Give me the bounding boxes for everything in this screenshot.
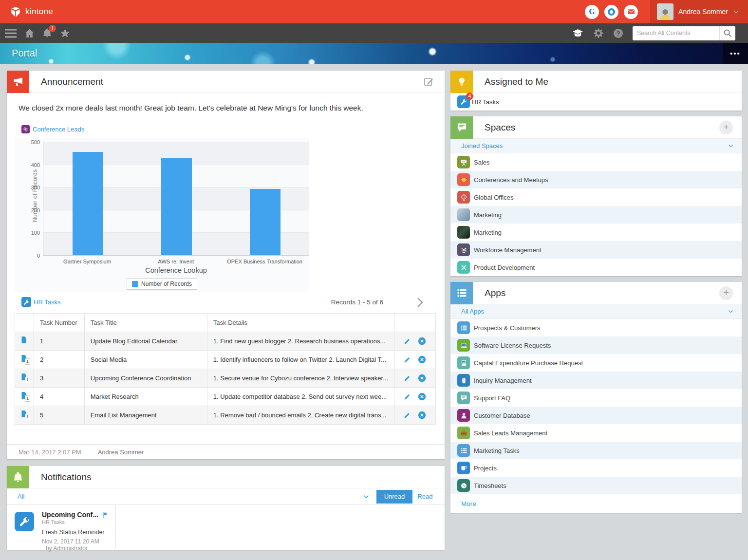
read-button[interactable]: Read (412, 490, 438, 504)
app-item-inquiry-management[interactable]: Inquiry Management (450, 372, 742, 389)
search-icon[interactable] (719, 26, 735, 40)
edit-record-icon[interactable] (404, 374, 411, 382)
hamburger-menu-icon[interactable] (5, 29, 17, 38)
kintone-logo[interactable]: kintone (0, 6, 53, 18)
record-icon-cell[interactable]: 1 (15, 388, 34, 406)
mail-icon[interactable] (624, 5, 638, 19)
conference-leads-link-row: Conference Leads (7, 112, 445, 133)
conference-leads-link[interactable]: Conference Leads (33, 126, 84, 133)
app-item-customer-database[interactable]: Customer Database (450, 407, 742, 424)
task-details-cell: 1. Identify influencers to follow on Twi… (207, 351, 394, 369)
delete-record-icon[interactable] (418, 374, 426, 382)
app-item-prospects-customers[interactable]: Prospects & Customers (450, 319, 742, 336)
announcement-widget: Announcement We closed 2x more deals las… (7, 71, 445, 459)
announcement-author: Andrea Sommer (98, 448, 144, 456)
page-title: Portal (0, 48, 37, 59)
widget-title: Assigned to Me (485, 76, 548, 87)
photo-icon (457, 208, 470, 221)
wrench-icon: 4 (457, 95, 470, 108)
delete-record-icon[interactable] (418, 392, 426, 401)
app-item-support-faq[interactable]: Support FAQ (450, 389, 742, 407)
hr-tasks-link[interactable]: HR Tasks (34, 299, 60, 306)
notification-author: by Administrator (46, 545, 111, 552)
chart-x-tick: AWS re: Invent (131, 259, 220, 264)
space-item-product-development[interactable]: Product Development (450, 259, 742, 276)
app-item-sales-leads-management[interactable]: Sales Leads Management (450, 424, 742, 442)
chevron-down-icon[interactable] (728, 308, 734, 315)
unread-button[interactable]: Unread (376, 490, 412, 504)
edit-record-icon[interactable] (404, 356, 411, 363)
list-item-label: Sales (474, 159, 490, 166)
edit-record-icon[interactable] (404, 393, 411, 400)
search-input[interactable] (633, 26, 719, 40)
gear-icon[interactable] (593, 28, 604, 38)
app-item-projects[interactable]: Projects (450, 459, 742, 477)
toolbar: 1 ? (0, 23, 748, 43)
record-document-icon: 1 (20, 410, 29, 419)
chevron-down-icon[interactable] (363, 493, 370, 500)
chart-x-tick: OPEX Business Transformation (221, 259, 309, 264)
graduation-cap-icon[interactable] (572, 28, 583, 39)
table-row: 13Upcoming Conference Coordination1. Sec… (15, 369, 436, 388)
all-apps-link[interactable]: All Apps (461, 308, 484, 315)
edit-record-icon[interactable] (404, 337, 411, 345)
space-item-global-offices[interactable]: Global Offices (450, 188, 742, 206)
chevron-down-icon[interactable] (728, 143, 734, 149)
user-menu[interactable]: Andrea Sommer (650, 0, 748, 23)
announcement-footer: Mar 14, 2017 2:07 PM Andrea Sommer (7, 444, 445, 459)
space-item-sales[interactable]: Sales (450, 153, 742, 171)
assigned-item-hr-tasks[interactable]: 4 HR Tasks (450, 93, 742, 111)
app-item-marketing-tasks[interactable]: Marketing Tasks (450, 442, 742, 459)
col-task-title: Task Title (84, 314, 207, 332)
space-item-marketing[interactable]: Marketing (450, 224, 742, 241)
lightbulb-icon (450, 71, 473, 93)
favorites-star-icon[interactable] (60, 28, 70, 38)
chart-x-axis-label: Conference Lookup (43, 266, 309, 274)
google-icon[interactable]: G (585, 5, 599, 19)
list-item-label: Projects (474, 465, 497, 472)
wrench-icon (21, 297, 31, 307)
app-item-timesheets[interactable]: Timesheets (450, 477, 742, 494)
comment-count-badge: 1 (25, 358, 30, 365)
notification-subject: Fresh Status Reminder (42, 529, 111, 536)
task-number-cell: 2 (34, 351, 84, 369)
add-app-button[interactable]: + (719, 286, 733, 300)
record-icon-cell[interactable]: 1 (15, 369, 34, 388)
joined-spaces-link[interactable]: Joined Spaces (461, 142, 503, 149)
col-task-details: Task Details (207, 314, 394, 332)
list-item-label: Capital Expenditure Purchase Request (474, 359, 583, 367)
add-space-button[interactable]: + (719, 121, 733, 134)
portal-banner: Portal ••• (0, 43, 748, 64)
space-item-conferences-and-meetups[interactable]: Conferences and Meetups (450, 171, 742, 188)
list-item-label: Software License Requests (474, 342, 551, 349)
task-title-cell: Market Research (84, 388, 207, 406)
delete-record-icon[interactable] (418, 337, 426, 345)
filter-all-link[interactable]: All (18, 493, 24, 500)
brand-name: kintone (25, 7, 53, 17)
record-icon-cell[interactable] (15, 332, 34, 351)
cup-icon (457, 462, 470, 474)
task-number-cell: 3 (34, 369, 84, 388)
list-item-label: Prospects & Customers (474, 324, 541, 332)
space-item-workforce-management[interactable]: Workforce Management (450, 241, 742, 259)
apps-widget: Apps + All Apps Prospects & CustomersSof… (450, 282, 742, 513)
notifications-bell-icon[interactable]: 1 (42, 28, 52, 38)
help-icon[interactable]: ? (614, 29, 623, 38)
more-apps-link[interactable]: More (461, 500, 476, 507)
edit-record-icon[interactable] (404, 411, 411, 419)
next-records-icon[interactable] (413, 296, 426, 309)
edit-announcement-icon[interactable] (424, 76, 434, 87)
record-icon-cell[interactable]: 1 (15, 406, 34, 425)
home-icon[interactable] (24, 28, 35, 38)
notification-card[interactable]: Upcoming Conf... HR Tasks Fresh Status R… (7, 505, 116, 549)
delete-record-icon[interactable] (418, 411, 426, 419)
assigned-badge: 4 (466, 93, 473, 100)
record-icon-cell[interactable]: 1 (15, 351, 34, 369)
space-item-marketing[interactable]: Marketing (450, 206, 742, 224)
comment-count-badge: 1 (25, 414, 30, 420)
app-item-software-license-requests[interactable]: Software License Requests (450, 336, 742, 354)
circle-o-icon[interactable] (604, 5, 618, 19)
delete-record-icon[interactable] (418, 355, 426, 364)
app-item-capital-expenditure-purchase-request[interactable]: Capital Expenditure Purchase Request (450, 354, 742, 372)
portal-options-icon[interactable]: ••• (723, 43, 748, 64)
